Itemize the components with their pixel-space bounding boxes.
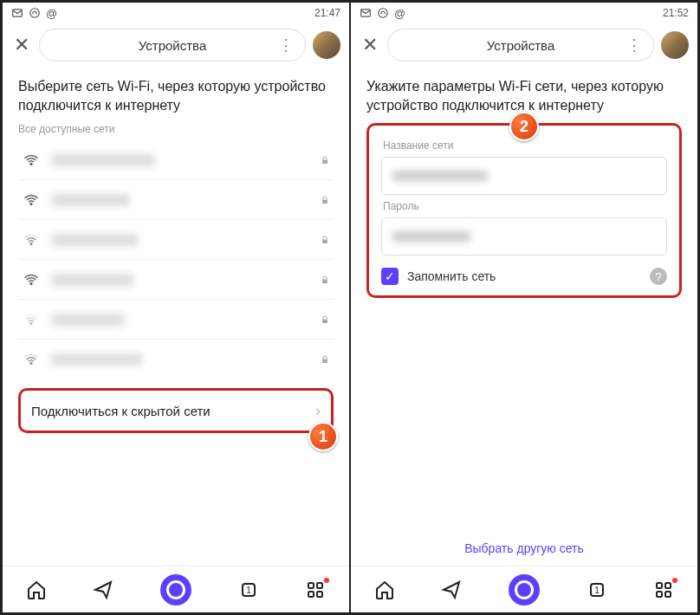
svg-point-6: [30, 243, 32, 244]
svg-rect-3: [322, 159, 327, 164]
wifi-icon: [23, 152, 39, 168]
nav-bar: 1: [3, 566, 349, 612]
networks-subheading: Все доступные сети: [18, 123, 334, 135]
tabs-icon[interactable]: 1: [587, 579, 607, 600]
status-time: 21:52: [663, 7, 689, 19]
svg-point-4: [30, 203, 32, 204]
connect-hidden-network-button[interactable]: Подключиться к скрытой сети › 1: [18, 388, 334, 433]
notification-dot: [672, 578, 677, 583]
svg-rect-26: [657, 592, 662, 597]
header-title-pill[interactable]: Устройства ⋮: [39, 29, 306, 62]
status-time: 21:47: [314, 7, 340, 19]
svg-point-21: [379, 9, 388, 18]
apps-icon[interactable]: [653, 579, 674, 600]
wifi-icon: [23, 192, 39, 208]
lock-icon: [320, 194, 330, 206]
svg-rect-25: [665, 583, 671, 588]
page-heading: Укажите параметры Wi-Fi сети, через кото…: [366, 77, 682, 114]
wifi-name-blurred: [51, 194, 129, 206]
chevron-right-icon: ›: [315, 402, 321, 420]
home-icon[interactable]: [374, 579, 395, 600]
help-icon[interactable]: ?: [650, 268, 667, 285]
page-heading: Выберите сеть Wi-Fi, через которую устро…: [18, 77, 334, 114]
close-icon[interactable]: ✕: [360, 34, 380, 56]
send-icon[interactable]: [93, 579, 113, 600]
choose-other-network-link[interactable]: Выбрать другую сеть: [366, 472, 682, 555]
header-title: Устройства: [139, 38, 206, 53]
alice-icon[interactable]: [509, 574, 540, 605]
svg-rect-13: [322, 359, 327, 364]
svg-point-2: [30, 163, 32, 165]
annotation-badge-1: 1: [308, 422, 338, 451]
network-name-input[interactable]: [381, 157, 667, 195]
wifi-name-blurred: [51, 314, 125, 326]
avatar[interactable]: [661, 31, 689, 59]
alice-icon[interactable]: [160, 574, 191, 605]
wifi-icon: [23, 232, 39, 248]
svg-rect-9: [322, 279, 327, 283]
password-label: Пароль: [383, 200, 667, 212]
wifi-credentials-form: 2 Название сети Пароль ✓ Запомнить сеть …: [366, 123, 682, 298]
svg-point-8: [30, 282, 32, 284]
phone-right: @ 21:52 ✕ Устройства ⋮ Укажите параметры…: [350, 2, 698, 613]
wifi-icon: [23, 312, 39, 327]
close-icon[interactable]: ✕: [11, 34, 32, 56]
lock-icon: [320, 353, 330, 366]
avatar[interactable]: [313, 31, 340, 59]
lock-icon: [320, 234, 330, 246]
svg-text:1: 1: [246, 586, 251, 595]
annotation-badge-2: 2: [509, 112, 539, 141]
svg-rect-27: [665, 592, 671, 597]
remember-checkbox[interactable]: ✓: [381, 268, 399, 285]
svg-rect-16: [308, 583, 314, 588]
wifi-name-blurred: [51, 274, 133, 286]
wifi-item[interactable]: [18, 260, 334, 300]
wifi-item[interactable]: [18, 340, 334, 379]
svg-text:1: 1: [594, 586, 600, 595]
svg-rect-17: [317, 583, 322, 588]
remember-network-row: ✓ Запомнить сеть ?: [381, 268, 667, 285]
send-icon[interactable]: [441, 579, 462, 600]
remember-label: Запомнить сеть: [407, 269, 641, 283]
svg-rect-19: [317, 592, 322, 597]
svg-point-12: [30, 363, 32, 365]
more-icon[interactable]: ⋮: [278, 36, 293, 55]
at-icon: @: [46, 7, 57, 20]
wifi-item[interactable]: [18, 140, 334, 180]
header-title: Устройства: [487, 38, 554, 53]
status-bar: @ 21:52: [351, 3, 697, 23]
wifi-item[interactable]: [18, 180, 334, 220]
wifi-name-blurred: [51, 154, 155, 166]
svg-rect-5: [322, 199, 327, 204]
wifi-list: [18, 140, 334, 379]
tabs-icon[interactable]: 1: [238, 579, 259, 600]
hidden-network-label: Подключиться к скрытой сети: [31, 404, 211, 418]
nav-bar: 1: [351, 566, 697, 612]
password-input[interactable]: [381, 217, 667, 256]
wifi-name-blurred: [51, 234, 138, 246]
wifi-item[interactable]: [18, 220, 334, 260]
wifi-icon: [23, 352, 39, 367]
header: ✕ Устройства ⋮: [3, 23, 349, 67]
at-icon: @: [394, 7, 405, 20]
notification-dot: [324, 578, 329, 583]
svg-point-10: [30, 322, 32, 324]
whatsapp-icon: [377, 7, 389, 19]
status-bar: @ 21:47: [3, 3, 349, 23]
mail-icon: [11, 7, 23, 19]
phone-left: @ 21:47 ✕ Устройства ⋮ Выберите сеть Wi-…: [2, 2, 350, 613]
network-name-label: Название сети: [383, 139, 667, 152]
check-icon: ✓: [385, 269, 395, 283]
lock-icon: [320, 274, 330, 286]
input-value-blurred: [392, 231, 470, 242]
svg-rect-11: [322, 319, 327, 323]
wifi-item[interactable]: [18, 300, 334, 340]
header-title-pill[interactable]: Устройства ⋮: [387, 29, 654, 62]
svg-rect-18: [308, 592, 314, 597]
home-icon[interactable]: [26, 579, 47, 600]
header: ✕ Устройства ⋮: [351, 23, 697, 67]
wifi-icon: [23, 272, 39, 288]
apps-icon[interactable]: [305, 579, 326, 600]
more-icon[interactable]: ⋮: [626, 36, 641, 55]
lock-icon: [320, 154, 330, 166]
